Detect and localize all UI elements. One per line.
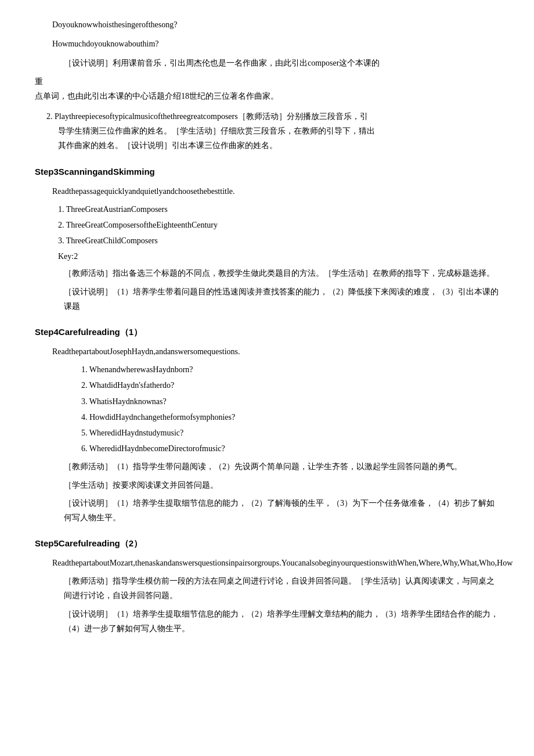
step4-design-note: ［设计说明］（1）培养学生提取细节信息的能力，（2）了解海顿的生平，（3）为下一…: [35, 496, 499, 525]
step4-heading: Step4Carefulreading（1）: [35, 324, 499, 340]
step4-questions: 1. WhenandwherewasHaydnborn? 2. WhatdidH…: [35, 362, 499, 456]
step2c-text: 其作曲家的姓名。［设计说明］引出本课三位作曲家的姓名。: [58, 141, 277, 150]
step2-line2: 导学生猜测三位作曲家的姓名。［学生活动］仔细欣赏三段音乐，在教师的引导下，猜出: [46, 124, 499, 138]
step3-design-note: ［设计说明］（1）培养学生带着问题目的性迅速阅读并查找答案的能力，（2）降低接下…: [35, 285, 499, 314]
step4-student-note: ［学生活动］按要求阅读课文并回答问题。: [35, 478, 499, 492]
step4-teacher-note: ［教师活动］（1）指导学生带问题阅读，（2）先设两个简单问题，让学生齐答，以激起…: [35, 459, 499, 474]
note2-text: 点单词，也由此引出本课的中心话题介绍18世纪的三位著名作曲家。: [35, 92, 279, 100]
step4-q3: 3. WhatisHaydnknownas?: [58, 394, 499, 409]
intro-line1: Doyouknowwhoisthesingerofthesong?: [35, 17, 499, 32]
step4-q1: 1. WhenandwherewasHaydnborn?: [58, 362, 499, 377]
line1-text: Doyouknowwhoisthesingerofthesong?: [52, 20, 177, 29]
step3-desc: Readthepassagequicklyandquietlyandchoose…: [35, 184, 499, 199]
step5-desc: ReadthepartaboutMozart,thenaskandanswers…: [35, 556, 499, 570]
step3-teacher-note: ［教师活动］指出备选三个标题的不同点，教授学生做此类题目的方法。［学生活动］在教…: [35, 266, 499, 280]
step2b-text: 导学生猜测三位作曲家的姓名。［学生活动］仔细欣赏三段音乐，在教师的引导下，猜出: [58, 127, 375, 135]
step2-line1: 2. Playthreepiecesoftypicalmusicofthethr…: [46, 109, 499, 124]
step2-line3: 其作曲家的姓名。［设计说明］引出本课三位作曲家的姓名。: [46, 138, 499, 153]
step4-q5: 5. WheredidHaydnstudymusic?: [58, 426, 499, 440]
step2-text: 2. Playthreepiecesoftypicalmusicofthethr…: [46, 112, 368, 121]
step5-design-note: ［设计说明］（1）培养学生提取细节信息的能力，（2）培养学生理解文章结构的能力，…: [35, 607, 499, 636]
step4-q6: 6. WheredidHaydnbecomeDirectorofmusic?: [58, 441, 499, 456]
note1b-text: 重: [35, 77, 43, 86]
intro-note1: ［设计说明］利用课前音乐，引出周杰伦也是一名作曲家，由此引出composer这个…: [35, 56, 499, 70]
step4-section: Step4Carefulreading（1） ReadthepartaboutJ…: [35, 324, 499, 525]
step4-q2: 2. WhatdidHaydn'sfatherdo?: [58, 378, 499, 393]
intro-note2: 点单词，也由此引出本课的中心话题介绍18世纪的三位著名作曲家。: [35, 89, 499, 103]
step5-heading: Step5Carefulreading（2）: [35, 535, 499, 551]
step4-desc: ReadthepartaboutJosephHaydn,andanswersom…: [35, 344, 499, 359]
step3-key: Key:2: [35, 249, 499, 264]
intro-note1b: 重: [35, 74, 499, 89]
intro-block: Doyouknowwhoisthesingerofthesong? Howmuc…: [35, 17, 499, 103]
step3-section: Step3ScanningandSkimming Readthepassageq…: [35, 164, 499, 314]
document-body: Doyouknowwhoisthesingerofthesong? Howmuc…: [35, 17, 499, 636]
step5-teacher-note: ［教师活动］指导学生模仿前一段的方法在同桌之间进行讨论，自设并回答问题。［学生活…: [35, 574, 499, 603]
note1-text: ［设计说明］利用课前音乐，引出周杰伦也是一名作曲家，由此引出composer这个…: [64, 59, 380, 67]
step5-section: Step5Carefulreading（2） ReadthepartaboutM…: [35, 535, 499, 636]
step3-item2: 2. ThreeGreatComposersoftheEighteenthCen…: [35, 218, 499, 232]
step3-item1: 1. ThreeGreatAustrianComposers: [35, 202, 499, 217]
intro-line2: Howmuchdoyouknowabouthim?: [35, 37, 499, 51]
step3-heading: Step3ScanningandSkimming: [35, 164, 499, 179]
step2-block: 2. Playthreepiecesoftypicalmusicofthethr…: [35, 109, 499, 153]
line2-text: Howmuchdoyouknowabouthim?: [52, 39, 159, 48]
step3-item3: 3. ThreeGreatChildComposers: [35, 233, 499, 248]
step4-q4: 4. HowdidHaydnchangetheformofsymphonies?: [58, 410, 499, 424]
